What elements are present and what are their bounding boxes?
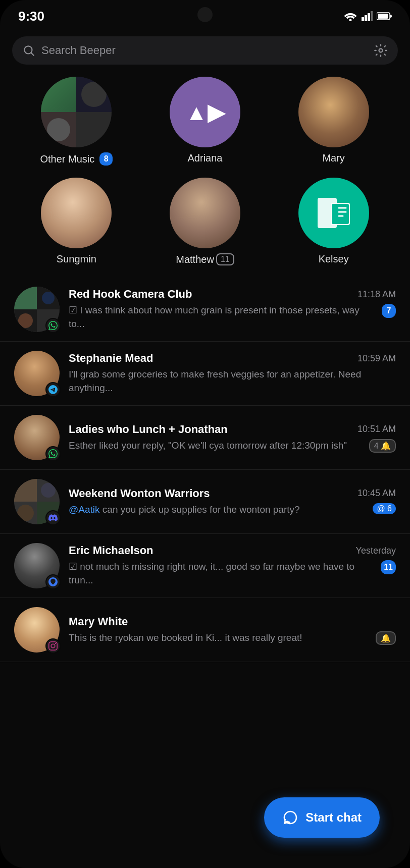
stories-row-1: Other Music8 ▲▶ Adriana Mary (0, 77, 410, 170)
settings-icon[interactable] (374, 43, 388, 58)
stephanie-time: 10:59 AM (357, 353, 396, 364)
svg-rect-1 (362, 17, 364, 21)
ladies-muted: 4 🔔 (369, 439, 396, 453)
story-sungmin[interactable]: Sungmin (36, 178, 117, 265)
mary-white-muted: 🔔 (376, 631, 396, 645)
story-name-sungmin: Sungmin (57, 253, 96, 265)
stephanie-name: Stephanie Mead (69, 352, 153, 365)
other-music-avatar (41, 77, 112, 147)
svg-line-8 (31, 53, 34, 56)
status-time: 9:30 (18, 9, 44, 24)
eric-content: Eric Michaelson Yesterday ☑ not much is … (69, 544, 396, 587)
chat-item-eric[interactable]: Eric Michaelson Yesterday ☑ not much is … (0, 534, 410, 598)
eric-avatar (14, 543, 60, 588)
svg-point-0 (349, 19, 352, 22)
battery-icon (377, 12, 392, 20)
signal-badge (45, 574, 61, 589)
whatsapp-badge (45, 318, 61, 333)
wonton-time: 10:45 AM (357, 488, 396, 499)
story-adriana[interactable]: ▲▶ Adriana (165, 77, 245, 166)
mary-white-content: Mary White This is the ryokan we booked … (69, 615, 396, 645)
stephanie-message: I'll grab some groceries to make fresh v… (69, 368, 396, 395)
other-music-badge: 8 (99, 152, 113, 166)
chat-item-ladies[interactable]: Ladies who Lunch + Jonathan 10:51 AM Est… (0, 406, 410, 470)
phone-frame: 9:30 Search Bee (0, 0, 410, 868)
telegram-badge (45, 382, 61, 397)
stephanie-avatar (14, 351, 60, 396)
svg-rect-6 (378, 14, 388, 19)
mary-avatar (298, 77, 369, 147)
matthew-badge: 11 (216, 253, 234, 265)
story-name-mary: Mary (322, 152, 344, 164)
svg-rect-3 (368, 13, 370, 21)
wonton-name: Weekend Wonton Warriors (69, 487, 210, 500)
wifi-icon (343, 11, 357, 21)
wonton-avatar (14, 479, 60, 524)
mary-white-avatar (14, 607, 60, 653)
story-other-music[interactable]: Other Music8 (36, 77, 117, 166)
svg-point-9 (379, 49, 383, 52)
ladies-whatsapp-badge (45, 446, 61, 461)
status-icons (343, 11, 392, 21)
story-matthew[interactable]: Matthew 11 (165, 178, 245, 265)
red-hook-unread: 7 (382, 304, 396, 318)
wonton-message: @Aatik can you pick up supplies for the … (69, 503, 369, 517)
matthew-avatar (170, 178, 240, 248)
story-name-other-music: Other Music8 (40, 152, 113, 166)
eric-name: Eric Michaelson (69, 544, 153, 557)
start-chat-button[interactable]: Start chat (264, 797, 380, 838)
search-bar[interactable]: Search Beeper (12, 36, 398, 65)
ladies-time: 10:51 AM (357, 424, 396, 435)
stories-row-2: Sungmin Matthew 11 Kelsey (0, 170, 410, 278)
mary-white-message: This is the ryokan we booked in Ki... it… (69, 631, 372, 645)
status-bar: 9:30 (0, 0, 410, 28)
kelsey-avatar (298, 178, 369, 248)
mary-white-name: Mary White (69, 615, 128, 628)
chat-bubble-icon (282, 809, 298, 826)
adriana-avatar: ▲▶ (170, 77, 240, 147)
red-hook-time: 11:18 AM (357, 289, 396, 300)
eric-unread: 11 (381, 560, 396, 574)
svg-rect-2 (365, 15, 367, 21)
red-hook-avatar (14, 287, 60, 332)
ladies-name: Ladies who Lunch + Jonathan (69, 423, 228, 436)
chat-item-stephanie[interactable]: Stephanie Mead 10:59 AM I'll grab some g… (0, 342, 410, 406)
eric-message: ☑ not much is missing right now, it... g… (69, 560, 377, 587)
red-hook-message: ☑ I was think about how much grain is pr… (69, 304, 378, 331)
story-mary[interactable]: Mary (293, 77, 374, 166)
story-name-matthew: Matthew 11 (176, 253, 234, 265)
ladies-message: Esther liked your reply, "OK we'll cya t… (69, 439, 365, 453)
instagram-badge (45, 638, 61, 654)
wonton-content: Weekend Wonton Warriors 10:45 AM @Aatik … (69, 487, 396, 517)
camera-notch (197, 7, 213, 22)
sungmin-avatar (41, 178, 112, 248)
ladies-content: Ladies who Lunch + Jonathan 10:51 AM Est… (69, 423, 396, 453)
search-icon (22, 44, 35, 57)
discord-badge (45, 510, 61, 525)
chat-item-wonton[interactable]: Weekend Wonton Warriors 10:45 AM @Aatik … (0, 470, 410, 534)
story-kelsey[interactable]: Kelsey (293, 178, 374, 265)
chat-list: Red Hook Camera Club 11:18 AM ☑ I was th… (0, 278, 410, 662)
ladies-avatar (14, 415, 60, 460)
story-name-adriana: Adriana (188, 152, 223, 164)
red-hook-name: Red Hook Camera Club (69, 288, 192, 301)
stephanie-content: Stephanie Mead 10:59 AM I'll grab some g… (69, 352, 396, 395)
story-name-kelsey: Kelsey (319, 253, 349, 265)
signal-icon (362, 11, 373, 21)
wonton-mention: @ 6 (373, 503, 396, 514)
search-placeholder: Search Beeper (41, 44, 368, 57)
red-hook-content: Red Hook Camera Club 11:18 AM ☑ I was th… (69, 288, 396, 331)
eric-time: Yesterday (356, 546, 396, 556)
chat-item-red-hook[interactable]: Red Hook Camera Club 11:18 AM ☑ I was th… (0, 278, 410, 342)
start-chat-label: Start chat (305, 810, 362, 825)
svg-rect-12 (332, 204, 349, 224)
chat-item-mary-white[interactable]: Mary White This is the ryokan we booked … (0, 598, 410, 662)
svg-rect-4 (371, 11, 373, 21)
adriana-initials: ▲▶ (185, 99, 225, 125)
